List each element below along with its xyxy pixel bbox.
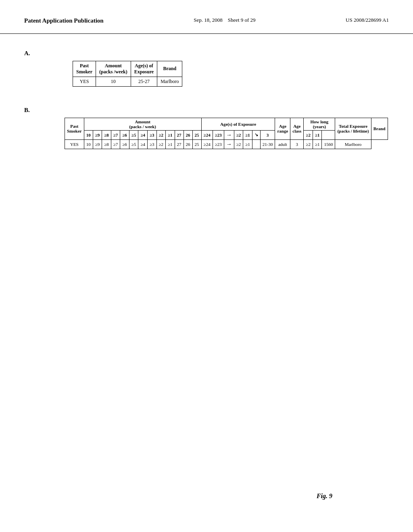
table-b-row: YES 10 ≥9 ≥8 ≥7 ≥6 ≥5 ≥4 ≥3 ≥2 ≥1 27 26 … (65, 139, 388, 149)
header-patent-number: US 2008/228699 A1 (346, 16, 389, 24)
col-age-ge1-exp: ≥1 (243, 130, 252, 139)
cell-b-age-26: 26 (184, 139, 192, 149)
sheet-info: Sheet 9 of 29 (228, 17, 256, 23)
col-age-ge23: ≥23 (213, 130, 224, 139)
col-amt-ge5: ≥5 (129, 130, 138, 139)
publication-date: Sep. 18, 2008 (194, 17, 223, 23)
cell-b-total-exposure: 1560 (322, 139, 335, 149)
cell-b-amt-10: 10 (84, 139, 93, 149)
col-header-brand-b: Brand (371, 118, 388, 139)
header-title: Patent Application Publication (24, 16, 104, 25)
cell-b-arrow: → (224, 139, 234, 149)
fig-label: Fig. 9 (317, 493, 332, 500)
col-amt-ge7: ≥7 (111, 130, 120, 139)
cell-b-age-27: 27 (175, 139, 184, 149)
table-b-container: PastSmoker Amount(packs / week) Age(s) o… (40, 118, 389, 149)
table-a: PastSmoker Amount(packs /week) Age(s) of… (73, 61, 182, 87)
cell-b-age-range: 21-30 (260, 139, 275, 149)
col-amt-ge8: ≥8 (102, 130, 111, 139)
cell-b-amt-ge1: ≥1 (166, 139, 175, 149)
col-header-amount-b: Amount(packs / week) (84, 118, 201, 130)
col-amt-ge3: ≥3 (147, 130, 156, 139)
col-header-age-class-b: Ageclass (290, 118, 304, 139)
table-row: YES 10 25-27 Marlboro (73, 77, 182, 86)
col-age-ge2: ≥2 (234, 130, 243, 139)
col-age-27: 27 (175, 130, 184, 139)
cell-b-how-long-ge1: ≥1 (313, 139, 322, 149)
section-a: A. PastSmoker Amount(packs /week) Age(s)… (24, 50, 389, 87)
col-header-past-smoker: PastSmoker (73, 61, 96, 77)
cell-past-smoker: YES (73, 77, 96, 86)
cell-b-age-ge1-exp: ≥1 (243, 139, 252, 149)
cell-b-amt-ge4: ≥4 (138, 139, 148, 149)
cell-b-past-smoker: YES (65, 139, 84, 149)
patent-number: US 2008/228699 A1 (346, 17, 389, 23)
col-header-past-smoker-b: PastSmoker (65, 118, 84, 139)
col-amt-ge6: ≥6 (120, 130, 129, 139)
col-how-long-ge2: ≥2 (304, 130, 313, 139)
col-header-age-range-b: Agerange (275, 118, 290, 139)
col-header-how-long-b: How long(years) (304, 118, 335, 130)
cell-b-age-ge24: ≥24 (201, 139, 213, 149)
cell-b-amt-ge7: ≥7 (111, 139, 120, 149)
cell-b-age-x (252, 139, 260, 149)
page-content: A. PastSmoker Amount(packs /week) Age(s)… (0, 34, 413, 185)
col-arrow: → (224, 130, 234, 139)
col-header-amount: Amount(packs /week) (96, 61, 131, 77)
cell-b-amt-ge6: ≥6 (120, 139, 129, 149)
col-header-total-exposure-b: Total Exposure(packs / lifetime) (335, 118, 371, 139)
col-age-25: 25 (192, 130, 201, 139)
cell-age-exposure: 25-27 (131, 77, 157, 86)
cell-b-age-class: adult (275, 139, 290, 149)
figure-number: Fig. 9 (317, 493, 332, 499)
cell-b-amt-ge3: ≥3 (147, 139, 156, 149)
col-amt-ge2: ≥2 (156, 130, 166, 139)
col-age-26: 26 (184, 130, 192, 139)
col-age-ge24: ≥24 (201, 130, 213, 139)
cell-b-amt-ge5: ≥5 (129, 139, 138, 149)
page-header: Patent Application Publication Sep. 18, … (0, 0, 413, 34)
cell-b-amt-ge9: ≥9 (93, 139, 102, 149)
cell-b-brand: Marlboro (335, 139, 371, 149)
section-b: B. PastSmoker Amount(packs / week) Age(s… (24, 107, 389, 149)
col-age-x: ↘ (252, 130, 260, 139)
cell-b-how-long-3: 3 (290, 139, 304, 149)
publication-title: Patent Application Publication (24, 17, 104, 24)
section-b-label: B. (24, 107, 389, 114)
col-header-age-exposure: Age(s) ofExposure (131, 61, 157, 77)
col-amt-10: 10 (84, 130, 93, 139)
col-amt-ge9: ≥9 (93, 130, 102, 139)
cell-amount: 10 (96, 77, 131, 86)
col-how-long-3: 3 (260, 130, 275, 139)
col-amt-ge4: ≥4 (138, 130, 148, 139)
cell-b-age-ge2: ≥2 (234, 139, 243, 149)
col-header-brand: Brand (157, 61, 182, 77)
col-how-long-ge1: ≥1 (313, 130, 322, 139)
cell-b-amt-ge2: ≥2 (156, 139, 166, 149)
header-date-sheet: Sep. 18, 2008 Sheet 9 of 29 (194, 16, 255, 24)
cell-b-amt-ge8: ≥8 (102, 139, 111, 149)
table-b: PastSmoker Amount(packs / week) Age(s) o… (65, 118, 388, 149)
cell-b-age-ge23: ≥23 (213, 139, 224, 149)
cell-brand: Marlboro (157, 77, 182, 86)
cell-b-how-long-ge2: ≥2 (304, 139, 313, 149)
cell-b-age-25: 25 (192, 139, 201, 149)
col-amt-ge1: ≥1 (166, 130, 175, 139)
section-a-label: A. (24, 50, 389, 57)
col-header-age-exposure-b: Age(s) of Exposure (201, 118, 275, 130)
